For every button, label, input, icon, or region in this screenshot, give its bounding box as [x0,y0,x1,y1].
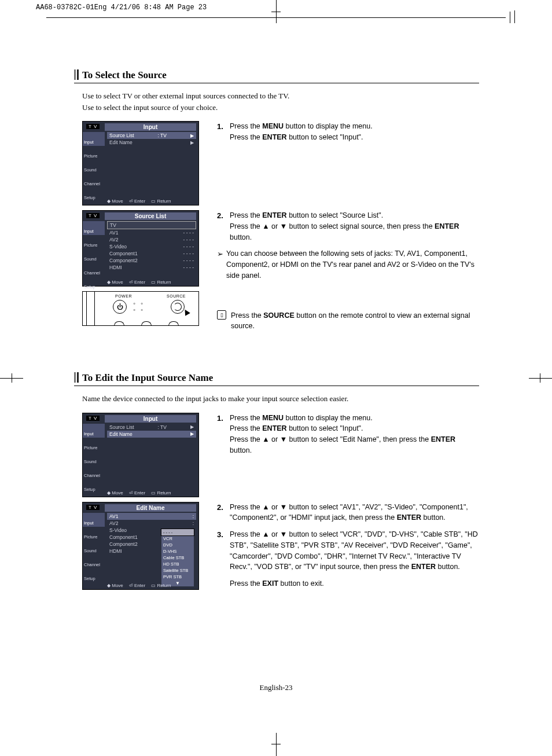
osd-row-tv: TV [107,221,196,229]
crop-mark [12,373,12,383]
page-number: English-23 [0,683,552,692]
osd-foot-move: ◆ Move [107,490,123,496]
step-1: 1. Press the MENU button to display the … [217,413,479,456]
osd-foot-enter: ⏎ Enter [129,199,145,204]
step-number: 2. [217,210,230,243]
osd-side-channel: Channel [83,263,105,277]
section-intro: Name the device connected to the input j… [82,393,479,405]
step-2: 2. Press the ▲ or ▼ button to select "AV… [217,502,479,524]
trim-edge [46,17,506,18]
note-jacks: ➢ You can choose between the following s… [217,248,479,281]
osd-row-av1: AV1: [107,513,196,520]
osd-side-sound: Sound [83,452,105,465]
intro-line: Use to select the input source of your c… [82,103,218,112]
osd-row-edit-name: Edit Name▶ [107,431,196,438]
osd-side-picture: Picture [83,527,105,541]
osd-side-channel: Channel [83,555,105,568]
osd-tv-label: T V [86,213,100,218]
dropdown-item: D-VHS [161,548,194,555]
osd-tv-label: T V [86,124,100,129]
crop-mark [271,12,281,12]
step-number: 1. [217,121,230,143]
crop-mark [276,733,277,756]
osd-foot-return: ▭ Return [151,199,171,204]
osd-side-setup: Setup [83,277,105,291]
osd-side-picture: Picture [83,235,105,249]
section-intro: Use to select TV or other external input… [82,90,479,113]
osd-row-hdmi: HDMI- - - - [107,264,196,271]
osd-title: Input [105,415,196,423]
step-1: 1. Press the MENU button to display the … [217,121,479,143]
section-title-edit-name: To Edit the Input Source Name [74,372,479,384]
osd-row-edit-name: Edit Name▶ [107,139,196,146]
osd-foot-return: ▭ Return [151,280,171,285]
osd-row-component2: Component2- - - - [107,257,196,264]
osd-foot-enter: ⏎ Enter [129,583,145,588]
osd-title: Source List [105,212,196,220]
osd-foot-move: ◆ Move [107,199,123,204]
osd-row-component1: Component1- - - - [107,250,196,257]
trim-edge [514,10,515,23]
osd-dropdown: - - - - VCR DVD D-VHS Cable STB HD STB S… [161,529,194,586]
osd-row-av2: AV2- - - - [107,236,196,243]
osd-title: Input [105,123,196,131]
section-title-text: To Edit the Input Source Name [82,372,213,383]
osd-figure-source-list: T V Source List Input Picture Sound Chan… [82,210,199,287]
divider [74,386,479,386]
osd-side-setup: Setup [83,188,105,201]
dropdown-item: VCR [161,535,194,542]
dropdown-item: PVR STB [161,574,194,580]
osd-side-input: Input [83,132,105,146]
remote-led-dots: ∘ ∘∘ ∘ [133,300,145,313]
osd-side-input: Input [83,513,105,527]
note-arrow-icon: ➢ [217,248,226,281]
osd-foot-enter: ⏎ Enter [129,280,145,285]
osd-side-sound: Sound [83,541,105,555]
osd-row-av1: AV1- - - - [107,229,196,236]
crop-mark [540,373,540,383]
dropdown-item: Cable STB [161,555,194,561]
osd-title: Edit Name [105,504,196,512]
step-2: 2. Press the ENTER button to select "Sou… [217,210,479,243]
step-number: 3. [217,529,230,589]
osd-row-svideo: S-Video- - - - [107,243,196,250]
osd-side-setup: Setup [83,479,105,493]
dropdown-item: DVD [161,542,194,548]
dropdown-item: HD STB [161,561,194,567]
print-job-header: AA68-03782C-01Eng 4/21/06 8:48 AM Page 2… [36,3,207,12]
remote-icon: ▯ [217,310,226,320]
step-number: 1. [217,413,230,456]
osd-figure-edit-name: T V Edit Name Input Picture Sound Channe… [82,502,199,590]
trim-edge [510,12,510,23]
step-3: 3. Press the ▲ or ▼ button to select "VC… [217,529,479,589]
dropdown-item: Satellite STB [161,567,194,574]
osd-foot-return: ▭ Return [151,490,171,496]
osd-side-picture: Picture [83,438,105,452]
power-button-icon: ⏻ [113,300,127,314]
osd-side-channel: Channel [83,465,105,479]
osd-tv-label: T V [86,416,100,421]
osd-side-setup: Setup [83,568,105,582]
osd-figure-input: T V Input Input Picture Sound Channel Se… [82,121,199,205]
remote-figure: POWER SOURCE ⏻ ∘ ∘∘ ∘ [82,291,199,326]
remote-power-label: POWER [115,294,132,298]
osd-figure-input-editname: T V Input Input Picture Sound Channel Se… [82,413,199,497]
section-title-select-source: To Select the Source [74,69,479,81]
divider [74,83,479,83]
osd-side-picture: Picture [83,146,105,160]
osd-foot-move: ◆ Move [107,280,123,285]
osd-foot-enter: ⏎ Enter [129,490,145,496]
osd-side-input: Input [83,424,105,438]
crop-mark [271,744,281,744]
osd-tv-label: T V [86,505,100,510]
osd-row-source-list: Source List: TV▶ [107,132,196,139]
remote-note: ▯ Press the SOURCE button on the remote … [217,310,479,332]
osd-side-channel: Channel [83,174,105,188]
osd-side-sound: Sound [83,249,105,263]
osd-row-av2: AV2: [107,520,196,527]
intro-line: Use to select TV or other external input… [82,91,289,100]
osd-foot-return: ▭ Return [151,583,171,588]
crop-mark [529,378,552,379]
step-number: 2. [217,502,230,524]
section-title-text: To Select the Source [82,69,167,80]
